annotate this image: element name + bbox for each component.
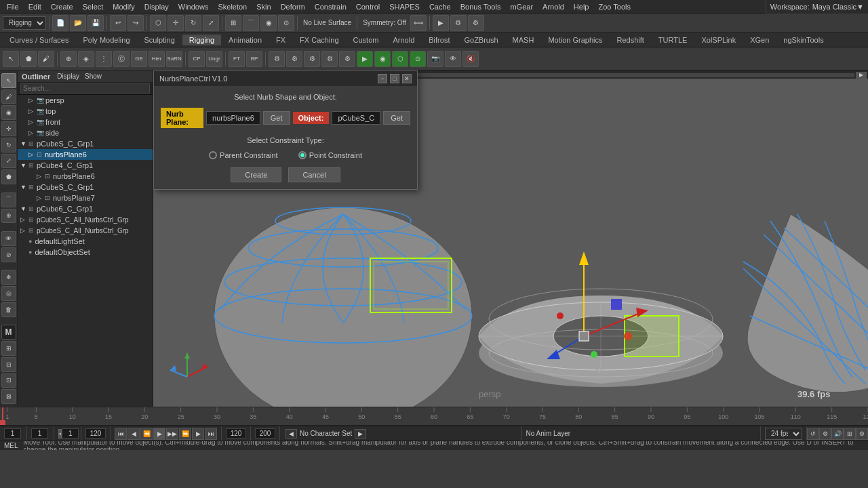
timeline-canvas[interactable] <box>0 407 868 426</box>
tab-mash[interactable]: MASH <box>506 35 541 45</box>
menu-constrain[interactable]: Constrain <box>311 1 351 12</box>
hscroll-right[interactable]: ▶ <box>856 72 867 79</box>
play-btn[interactable]: ▶ <box>153 428 165 440</box>
symmetry-btn[interactable]: ⟺ <box>410 15 427 31</box>
menu-cache[interactable]: Cache <box>425 1 455 12</box>
dialog-title-bar[interactable]: NurbsPlaneCtrl V1.0 − □ ✕ <box>154 71 417 86</box>
render-btn[interactable]: ▶ <box>433 15 449 31</box>
tool-misc2[interactable]: ⚙ <box>286 51 302 67</box>
point-constraint-radio[interactable]: Point Constraint <box>298 151 362 159</box>
tool-green2[interactable]: ◉ <box>374 51 391 67</box>
create-button[interactable]: Create <box>231 167 281 182</box>
tool-unger[interactable]: Ungr <box>206 51 222 67</box>
tool-paint[interactable]: 🖌 <box>38 51 54 67</box>
menu-bonus[interactable]: Bonus Tools <box>456 1 505 12</box>
outliner-item-side[interactable]: ▷ 📷 side <box>18 127 153 138</box>
settings-btn[interactable]: ⚙ <box>468 15 484 31</box>
dialog-minimize-btn[interactable]: − <box>378 74 387 83</box>
tool-camera[interactable]: 📷 <box>427 51 443 67</box>
menu-skeleton[interactable]: Skeleton <box>214 1 251 12</box>
menu-help[interactable]: Help <box>570 1 593 12</box>
tool-mute[interactable]: 🔇 <box>462 51 479 67</box>
tool-misc4[interactable]: ⚙ <box>321 51 338 67</box>
show-all[interactable]: 👁 <box>1 231 16 246</box>
outliner-item-pcubes-grp2[interactable]: ▼ ⊞ pCubeS_C_Grp1 <box>18 182 153 192</box>
fps-selector[interactable]: 24 fps 30 fps <box>765 428 802 440</box>
outliner-item-allnurbs2[interactable]: ▷ ⊞ pCubeS_C_All_NurbsCtrl_Grp <box>18 225 153 236</box>
menu-edit[interactable]: Edit <box>24 1 45 12</box>
tab-curves[interactable]: Curves / Surfaces <box>3 35 75 45</box>
frame-input3[interactable] <box>62 428 79 439</box>
tool-select[interactable]: ↖ <box>3 51 19 67</box>
tool-ctrl[interactable]: Ⓒ <box>113 51 130 67</box>
get-obj-btn[interactable]: Get <box>383 111 410 125</box>
save-btn[interactable]: 💾 <box>87 15 104 31</box>
frame-end-input[interactable] <box>85 428 106 439</box>
tool-green3[interactable]: ⬡ <box>392 51 408 67</box>
sound-btn[interactable]: 🔊 <box>831 428 844 440</box>
undo-btn[interactable]: ↩ <box>110 15 126 31</box>
out-frame-input[interactable] <box>226 428 246 439</box>
tab-ngskin[interactable]: ngSkinTools <box>776 35 830 45</box>
tool-bp[interactable]: BP <box>246 51 262 67</box>
outliner-item-lightset[interactable]: ● defaultLightSet <box>18 236 153 247</box>
frame-input2[interactable] <box>31 428 48 439</box>
tool-joint[interactable]: ⊕ <box>60 51 77 67</box>
get-nurb-btn[interactable]: Get <box>263 111 290 125</box>
char-set-next[interactable]: ▶ <box>355 429 366 439</box>
outliner-item-pcube6-grp[interactable]: ▼ ⊞ pCube6_C_Grp1 <box>18 203 153 214</box>
menu-create[interactable]: Create <box>47 1 77 12</box>
menu-deform[interactable]: Deform <box>277 1 309 12</box>
goto-start-btn[interactable]: ⏮ <box>115 428 127 440</box>
rotate-btn[interactable]: ↻ <box>185 15 201 31</box>
parent-constraint-radio[interactable]: Parent Constraint <box>209 151 278 159</box>
extra-btn[interactable]: ⊞ <box>844 428 856 440</box>
tool-cp[interactable]: CP <box>189 51 205 67</box>
outliner-item-nurbsplane7[interactable]: ▷ ⊡ nurbsPlane7 <box>18 192 153 203</box>
curve-tool[interactable]: ⌒ <box>1 192 16 207</box>
tab-custom[interactable]: Custom <box>347 35 386 45</box>
tool-display[interactable]: 👁 <box>445 51 461 67</box>
paint-tool[interactable]: 🖌 <box>1 89 16 104</box>
open-btn[interactable]: 📂 <box>70 15 86 31</box>
menu-select[interactable]: Select <box>79 1 108 12</box>
dialog-maximize-btn[interactable]: □ <box>390 74 399 83</box>
menu-display[interactable]: Display <box>140 1 173 12</box>
tool-ge[interactable]: GE <box>131 51 147 67</box>
tool-ik[interactable]: ⋮ <box>96 51 112 67</box>
outliner-item-objset[interactable]: ● defaultObjectSet <box>18 247 153 258</box>
scale-tool[interactable]: ⤢ <box>1 154 16 169</box>
cancel-button[interactable]: Cancel <box>288 167 340 182</box>
move-tool[interactable]: ✛ <box>1 121 16 136</box>
extra-btn2[interactable]: ⚙ <box>856 428 868 440</box>
center-piv[interactable]: ◎ <box>1 286 16 301</box>
tab-redshift[interactable]: Redshift <box>610 35 650 45</box>
tab-rigging[interactable]: Rigging <box>182 35 221 45</box>
tool-misc1[interactable]: ⚙ <box>269 51 285 67</box>
tool-ft[interactable]: FT <box>229 51 245 67</box>
menu-modify[interactable]: Modify <box>108 1 138 12</box>
outliner-item-nurbsplane6[interactable]: ▷ ⊡ nurbsPlane6 <box>18 149 153 160</box>
dialog-close-btn[interactable]: ✕ <box>402 74 412 83</box>
ipr-btn[interactable]: ⚙ <box>450 15 467 31</box>
anim-btn[interactable]: ⚙ <box>819 428 831 440</box>
tool-misc5[interactable]: ⚙ <box>339 51 355 67</box>
next-frame-btn[interactable]: ▶ <box>192 428 204 440</box>
outliner-item-top[interactable]: ▷ 📷 top <box>18 106 153 117</box>
tab-poly[interactable]: Poly Modeling <box>76 35 136 45</box>
menu-arnold[interactable]: Arnold <box>538 1 568 12</box>
sculpt-tool[interactable]: ◉ <box>1 105 16 120</box>
menu-file[interactable]: File <box>3 1 23 12</box>
prev-key-btn[interactable]: ⏪ <box>140 428 153 440</box>
snap-surface[interactable]: ⊙ <box>278 15 294 31</box>
object-label-btn[interactable]: Object: <box>293 112 330 124</box>
tool-sarn[interactable]: SaRN <box>166 51 182 67</box>
tab-bifrost[interactable]: Bifrost <box>422 35 456 45</box>
redo-btn[interactable]: ↪ <box>127 15 144 31</box>
tool-green1[interactable]: ▶ <box>357 51 373 67</box>
menu-skin[interactable]: Skin <box>252 1 275 12</box>
menu-mgear[interactable]: mGear <box>506 1 537 12</box>
out-end-input[interactable] <box>255 428 275 439</box>
menu-control[interactable]: Control <box>352 1 384 12</box>
outliner-item-front[interactable]: ▷ 📷 front <box>18 117 153 127</box>
